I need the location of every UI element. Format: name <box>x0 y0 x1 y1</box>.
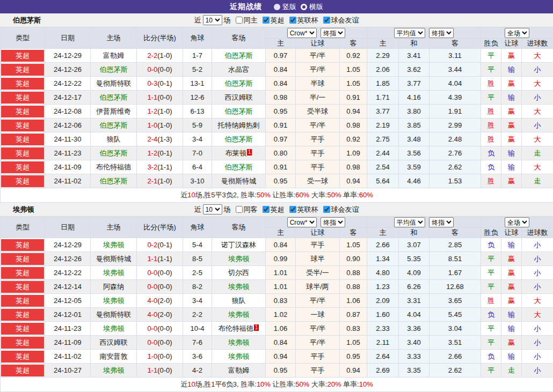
home-team-cell: 曼彻斯特城 <box>91 252 137 266</box>
full-time-score: 2-2 <box>147 51 157 60</box>
date-cell: 24-11-02 <box>45 174 91 188</box>
league-checkbox-premier[interactable] <box>263 206 270 213</box>
away-odds-cell: 0.83 <box>340 322 367 336</box>
handicap-cell: 一球 <box>296 308 340 322</box>
away-team-cell: 切尔西 <box>212 266 266 280</box>
handicap-cell: 球半/两 <box>296 280 340 294</box>
final-odds-select[interactable]: 终指 <box>321 217 345 227</box>
home-team: 伯恩茅斯 <box>100 177 128 185</box>
away-odds-cell: 1.09 <box>340 146 367 160</box>
avg-away-odds-cell: 2.85 <box>430 238 481 252</box>
match-count-select[interactable]: 10 <box>203 204 222 215</box>
half-time-score: (0-0) <box>157 366 172 374</box>
away-odds-cell: 0.87 <box>340 308 367 322</box>
away-team: 水晶宫 <box>228 65 249 73</box>
odds-source-header: Crow* 终指 <box>266 217 367 228</box>
home-odds-cell: 0.98 <box>266 91 296 105</box>
avg-final-select[interactable]: 终指 <box>429 217 454 227</box>
odds-company-select[interactable]: Crow* <box>287 217 317 227</box>
full-time-score: 0-0 <box>147 338 157 346</box>
result-cell: 平 <box>481 49 501 63</box>
vertical-layout-label: 竖版 <box>282 2 296 12</box>
half-time-score: (0-1) <box>157 241 172 249</box>
away-team: 埃弗顿 <box>228 283 249 291</box>
odds-source-header: Crow* 终指 <box>266 28 367 39</box>
full-time-score: 1-0 <box>147 352 157 360</box>
date-cell: 24-12-26 <box>45 252 91 266</box>
full-time-score: 0-0 <box>147 65 157 73</box>
home-odds-cell: 1.06 <box>266 322 296 336</box>
away-team-cell: 狼队 <box>212 294 266 308</box>
avg-home-odds-cell: 1.85 <box>367 77 399 91</box>
avg-draw-odds-cell: 3.33 <box>399 350 430 364</box>
scope-select[interactable]: 全场 <box>505 217 529 227</box>
avg-draw-odds-cell: 3.80 <box>399 105 430 119</box>
home-odds-cell: 0.84 <box>266 336 296 350</box>
corner-cell: 8-2 <box>183 280 212 294</box>
full-time-score: 4-0 <box>147 297 157 305</box>
handicap-cell: 平手 <box>296 364 340 378</box>
avg-odds-select[interactable]: 平均值 <box>394 28 425 38</box>
final-odds-select[interactable]: 终指 <box>321 28 345 38</box>
avg-odds-select[interactable]: 平均值 <box>394 217 425 227</box>
avg-home-odds-cell: 3.77 <box>367 105 399 119</box>
away-odds-cell: 0.88 <box>340 266 367 280</box>
league-checkbox-friendly[interactable] <box>323 206 330 213</box>
same-away-checkbox[interactable] <box>236 206 243 213</box>
league-checkbox-efl-cup[interactable] <box>289 17 296 24</box>
home-team: 曼彻斯特城 <box>96 255 131 263</box>
league-badge: 英超 <box>1 337 44 349</box>
goals-result-cell: 大 <box>522 294 553 308</box>
home-team-cell: 布伦特福德 <box>91 160 137 174</box>
avg-home-odds-cell: 1.71 <box>367 91 399 105</box>
home-odds-cell: 1.01 <box>266 280 296 294</box>
summary-text-part: 让胜率: <box>271 380 295 388</box>
odds-company-select[interactable]: Crow* <box>287 28 317 38</box>
date-cell: 24-12-29 <box>45 49 91 63</box>
avg-home-odds-cell: 2.66 <box>367 238 399 252</box>
full-time-score: 0-3 <box>147 79 157 87</box>
away-odds-cell: 1.05 <box>340 238 367 252</box>
avg-final-select[interactable]: 终指 <box>429 28 454 38</box>
col-type: 类型 <box>1 28 45 49</box>
avg-away-odds-cell: 4.39 <box>430 91 481 105</box>
col-goals: 进球数 <box>522 39 553 49</box>
col-avg-away: 客 <box>430 39 481 49</box>
col-result: 胜负 <box>481 228 501 238</box>
league-checkbox-efl-cup[interactable] <box>289 206 296 213</box>
league-checkbox-premier[interactable] <box>263 17 270 24</box>
col-avg-draw: 和 <box>399 39 430 49</box>
summary-text-part: 大率: <box>309 191 327 199</box>
vertical-layout-radio[interactable] <box>274 4 280 10</box>
avg-away-odds-cell: 8.51 <box>430 252 481 266</box>
away-team: 伯恩茅斯 <box>225 79 253 87</box>
handicap-cell: 半/一 <box>296 91 340 105</box>
corner-cell: 3-4 <box>183 132 212 146</box>
corner-cell: 2-5 <box>183 266 212 280</box>
goals-result-cell: 小 <box>522 280 553 294</box>
summary-text-part: 单率: <box>341 191 359 199</box>
score-cell: 2-1(1-0) <box>137 174 183 188</box>
date-cell: 24-12-08 <box>45 105 91 119</box>
horizontal-layout-radio[interactable] <box>301 4 307 10</box>
red-card-badge: 1 <box>254 324 259 331</box>
col-away: 客场 <box>212 28 266 49</box>
away-odds-cell: 0.98 <box>340 160 367 174</box>
away-team: 埃弗顿 <box>228 310 249 319</box>
half-time-score: (2-0) <box>157 310 172 319</box>
corner-cell: 13-1 <box>183 77 212 91</box>
games-label: 场 <box>224 205 231 215</box>
match-count-select[interactable]: 10 <box>203 15 222 25</box>
col-corner: 角球 <box>183 217 212 238</box>
same-home-checkbox[interactable] <box>236 17 243 24</box>
league-checkbox-friendly[interactable] <box>323 17 330 24</box>
goals-result-cell: 小 <box>522 119 553 132</box>
result-cell: 负 <box>481 308 501 322</box>
scope-select[interactable]: 全场 <box>505 28 529 38</box>
away-odds-cell: 0.92 <box>340 49 367 63</box>
away-odds-cell: 0.94 <box>340 364 367 378</box>
home-team-cell: 伯恩茅斯 <box>91 174 137 188</box>
avg-draw-odds-cell: 3.56 <box>399 146 430 160</box>
home-odds-cell: 0.84 <box>266 63 296 77</box>
avg-away-odds-cell: 2.62 <box>430 364 481 378</box>
